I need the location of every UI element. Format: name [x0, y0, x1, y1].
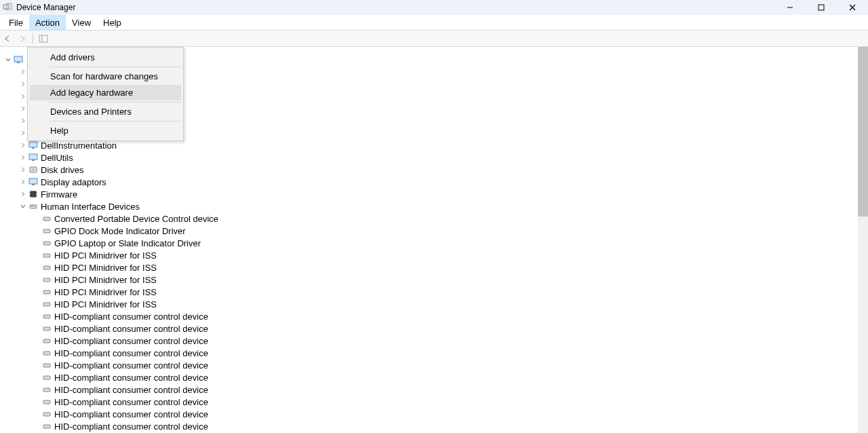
hid-device-icon: [42, 312, 52, 321]
svg-rect-45: [43, 400, 50, 404]
hid-device-icon: [42, 360, 52, 370]
svg-rect-4: [818, 5, 824, 10]
tree-device-label: HID-compliant consumer control device: [54, 385, 208, 395]
tree-device-label: HID-compliant consumer control device: [54, 324, 208, 334]
tree-device[interactable]: GPIO Laptop or Slate Indicator Driver: [0, 237, 868, 249]
svg-rect-10: [17, 62, 20, 63]
tree-device[interactable]: HID PCI Minidriver for ISS: [0, 249, 868, 261]
tree-device[interactable]: HID-compliant consumer control device: [0, 408, 868, 420]
svg-rect-39: [43, 327, 50, 331]
chevron-right-icon[interactable]: [19, 166, 27, 174]
maximize-button[interactable]: [806, 0, 837, 15]
tree-device[interactable]: HID-compliant consumer control device: [0, 396, 868, 408]
chevron-right-icon[interactable]: [19, 141, 27, 149]
tree-device[interactable]: Converted Portable Device Control device: [0, 212, 868, 225]
svg-rect-38: [43, 315, 50, 318]
svg-rect-16: [32, 159, 35, 161]
hid-device-icon: [42, 348, 52, 358]
monitor-icon: [28, 177, 38, 187]
svg-rect-41: [43, 352, 50, 355]
chevron-down-icon[interactable]: [19, 202, 27, 210]
tree-category[interactable]: Human Interface Devices: [0, 200, 868, 212]
tree-category-label: Human Interface Devices: [41, 202, 140, 212]
tree-device[interactable]: HID PCI Minidriver for ISS: [0, 298, 868, 310]
vertical-scrollbar[interactable]: [858, 47, 868, 433]
tree-device[interactable]: HID-compliant consumer control device: [0, 371, 868, 383]
tree-device-label: HID PCI Minidriver for ISS: [54, 287, 157, 297]
tree-device-label: HID PCI Minidriver for ISS: [54, 263, 157, 273]
tree-device[interactable]: HID-compliant consumer control device: [0, 359, 868, 371]
show-hide-tree-button[interactable]: [37, 33, 50, 45]
tree-device[interactable]: HID-compliant consumer control device: [0, 335, 868, 347]
chevron-right-icon[interactable]: [19, 68, 27, 76]
tree-device[interactable]: HID PCI Minidriver for ISS: [0, 274, 868, 286]
svg-rect-32: [43, 242, 50, 245]
menu-action[interactable]: Action: [29, 15, 66, 30]
tree-category-label: Disk drives: [41, 165, 84, 175]
tree-category[interactable]: DellUtils: [0, 151, 868, 164]
hid-device-icon: [42, 275, 52, 284]
chevron-right-icon[interactable]: [19, 117, 27, 125]
menu-devices-printers[interactable]: Devices and Printers: [30, 104, 181, 119]
hid-device-icon: [42, 324, 52, 333]
svg-rect-29: [34, 206, 35, 206]
tree-category[interactable]: Firmware: [0, 188, 868, 200]
tree-device[interactable]: HID-compliant consumer control device: [0, 347, 868, 359]
menu-help[interactable]: Help: [97, 15, 127, 30]
tree-device[interactable]: HID PCI Minidriver for ISS: [0, 261, 868, 274]
chevron-right-icon[interactable]: [19, 92, 27, 100]
tree-category-label: Display adaptors: [41, 177, 106, 187]
scrollbar-thumb[interactable]: [858, 47, 868, 216]
menu-add-legacy-hardware[interactable]: Add legacy hardware: [30, 85, 181, 100]
tree-device-label: GPIO Dock Mode Indicator Driver: [54, 226, 186, 236]
svg-rect-44: [43, 388, 50, 392]
tree-device[interactable]: HID-compliant consumer control device: [0, 383, 868, 396]
tree-device[interactable]: HID-compliant consumer control device: [0, 310, 868, 322]
svg-rect-0: [3, 5, 9, 9]
chevron-down-icon[interactable]: [4, 56, 12, 64]
minimize-button[interactable]: [774, 0, 806, 15]
tree-device[interactable]: HID-compliant consumer control device: [0, 322, 868, 335]
svg-rect-40: [43, 339, 50, 343]
tree-device-label: HID PCI Minidriver for ISS: [54, 250, 157, 261]
toolbar-divider: [33, 33, 33, 44]
chevron-right-icon[interactable]: [19, 153, 27, 162]
hid-icon: [28, 202, 38, 211]
window-controls: [774, 0, 868, 15]
menu-scan-hardware[interactable]: Scan for hardware changes: [30, 69, 181, 84]
disk-icon: [28, 165, 38, 174]
tree-device-label: HID-compliant consumer control device: [54, 312, 208, 322]
tree-device-label: HID PCI Minidriver for ISS: [54, 299, 157, 309]
chevron-right-icon[interactable]: [19, 80, 27, 88]
chevron-right-icon[interactable]: [19, 129, 27, 137]
hid-device-icon: [42, 373, 52, 382]
tree-category[interactable]: Display adaptors: [0, 176, 868, 188]
svg-rect-34: [43, 266, 50, 269]
back-button[interactable]: [1, 33, 14, 45]
app-icon: [3, 3, 12, 12]
menu-file[interactable]: File: [3, 15, 29, 30]
forward-button[interactable]: [16, 33, 28, 45]
svg-rect-36: [43, 290, 50, 294]
close-button[interactable]: [837, 0, 868, 15]
hid-device-icon: [42, 214, 52, 223]
hid-device-icon: [42, 336, 52, 345]
tree-category[interactable]: Disk drives: [0, 164, 868, 176]
tree-device-label: HID-compliant consumer control device: [54, 360, 208, 371]
tree-device[interactable]: HID PCI Minidriver for ISS: [0, 286, 868, 298]
menu-help-item[interactable]: Help: [30, 123, 181, 138]
menu-view[interactable]: View: [66, 15, 97, 30]
chevron-right-icon[interactable]: [19, 105, 27, 113]
tree-device[interactable]: HID-compliant consumer control device: [0, 420, 868, 432]
chevron-right-icon[interactable]: [19, 178, 27, 186]
svg-rect-26: [30, 205, 37, 208]
svg-rect-47: [43, 425, 50, 428]
menu-add-drivers[interactable]: Add drivers: [30, 50, 181, 65]
svg-rect-28: [33, 206, 33, 206]
hid-device-icon: [42, 421, 52, 431]
chevron-right-icon[interactable]: [19, 190, 27, 198]
svg-rect-37: [43, 303, 50, 306]
tree-device-label: HID-compliant consumer control device: [54, 409, 208, 419]
tree-device[interactable]: GPIO Dock Mode Indicator Driver: [0, 225, 868, 237]
tree-category-label: DellUtils: [41, 153, 73, 163]
